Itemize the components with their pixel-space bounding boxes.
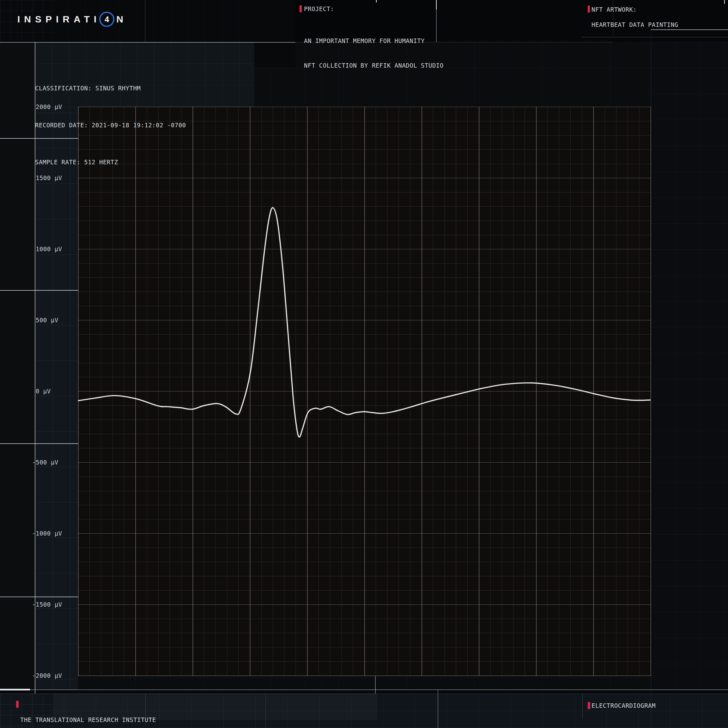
axis-tick-line [0, 596, 78, 597]
recording-meta: CLASSIFICATION: SINUS RHYTHM RECORDED DA… [35, 58, 186, 193]
y-axis-label: -2000 µV [32, 671, 62, 680]
decor-line [0, 690, 728, 690]
logo-text-4: 4 [105, 15, 109, 24]
axis-tick-line [0, 443, 78, 444]
logo-text-post: N [116, 14, 127, 24]
decor-line [582, 694, 583, 719]
decor-line [724, 0, 725, 4]
project-description: AN IMPORTANT MEMORY FOR HUMANITY NFT COL… [304, 20, 444, 86]
left-margin-column [0, 42, 35, 694]
y-axis-label: 0 µV [32, 387, 51, 395]
project-red-marker [300, 5, 302, 12]
decor-line [254, 68, 295, 68]
meta-classification: CLASSIFICATION: SINUS RHYTHM [35, 82, 186, 95]
project-line-2: NFT COLLECTION BY REFIK ANADOL STUDIO [304, 61, 444, 69]
project-label: PROJECT: [304, 5, 334, 13]
y-axis-label: -1500 µV [32, 600, 62, 609]
decor-line [0, 689, 30, 690]
footer-right-red-marker [588, 702, 590, 709]
footer-left-line-1: THE TRANSLATIONAL RESEARCH INSTITUTE [20, 716, 156, 724]
logo-4-circle-icon: 4 [99, 12, 115, 27]
inspiration4-logo: INSPIRATI 4 N [17, 12, 127, 27]
y-axis-label: 500 µV [32, 316, 58, 324]
footer-chart-type-label: ELECTROCARDIOGRAM [592, 702, 656, 710]
decor-line [145, 0, 145, 42]
y-axis-label: -1000 µV [32, 529, 62, 537]
decor-line [581, 37, 728, 37]
axis-tick-line [0, 290, 78, 291]
y-axis-label: -500 µV [32, 458, 58, 466]
decor-line [436, 0, 437, 9]
artwork-title: HEARTBEAT DATA PAINTING [592, 21, 678, 28]
ecg-trace-path [78, 208, 651, 437]
decor-line [265, 694, 266, 728]
artwork-canvas: 2000 µV 1500 µV 1000 µV 500 µV 0 µV-500 … [0, 0, 728, 728]
footer-left-red-marker [16, 701, 18, 708]
project-line-1: AN IMPORTANT MEMORY FOR HUMANITY [304, 37, 444, 45]
artwork-label: NFT ARTWORK: [592, 6, 637, 13]
header-notch-panel [254, 0, 295, 69]
decor-line [651, 29, 651, 728]
artwork-red-marker [588, 6, 590, 13]
right-margin-zone [651, 42, 728, 728]
decor-line [437, 690, 438, 728]
meta-sample-rate: SAMPLE RATE: 512 HERTZ [35, 156, 186, 168]
decor-line [651, 29, 728, 30]
footer-attribution: THE TRANSLATIONAL RESEARCH INSTITUTE FOR… [20, 700, 156, 728]
footer-gap-band [0, 690, 728, 694]
meta-recorded-date: RECORDED DATE: 2021-09-18 19:12:02 -0700 [35, 119, 186, 132]
logo-text-pre: INSPIRATI [17, 14, 101, 24]
decor-line [0, 42, 295, 43]
artwork-panel [436, 0, 728, 42]
decor-line [375, 676, 376, 694]
y-axis-label: 1000 µV [32, 245, 62, 253]
decor-line [376, 0, 377, 3]
